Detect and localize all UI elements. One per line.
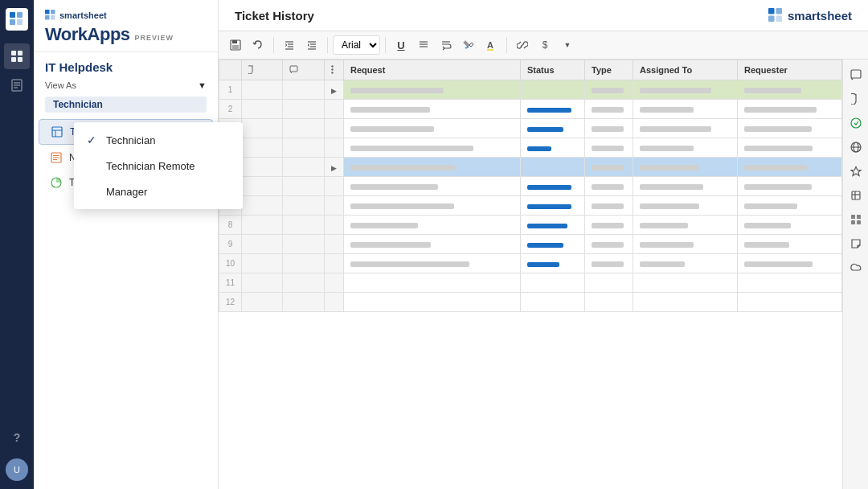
nav-document-icon[interactable] bbox=[4, 72, 30, 98]
request-cell[interactable] bbox=[344, 235, 521, 254]
status-cell[interactable] bbox=[521, 158, 585, 177]
status-cell[interactable] bbox=[521, 80, 585, 100]
type-cell[interactable] bbox=[585, 177, 633, 196]
status-cell[interactable] bbox=[521, 293, 585, 312]
type-cell[interactable] bbox=[585, 196, 633, 216]
status-cell[interactable] bbox=[521, 235, 585, 254]
chat-panel-btn[interactable] bbox=[845, 64, 866, 85]
row-expand[interactable]: ▶ bbox=[324, 158, 343, 177]
link-button[interactable] bbox=[512, 35, 533, 55]
assigned-to-cell[interactable] bbox=[633, 80, 738, 100]
status-cell[interactable] bbox=[521, 196, 585, 216]
requester-cell[interactable] bbox=[738, 254, 842, 273]
requester-cell[interactable] bbox=[738, 80, 842, 100]
assigned-to-cell[interactable] bbox=[633, 196, 738, 216]
dropdown-item-manager[interactable]: ✓ Manager bbox=[74, 179, 243, 204]
status-cell[interactable] bbox=[521, 138, 585, 158]
assigned-to-header[interactable]: Assigned To bbox=[633, 60, 738, 80]
type-header[interactable]: Type bbox=[585, 60, 633, 80]
nav-grid-icon[interactable] bbox=[4, 43, 30, 69]
view-as-dropdown-arrow[interactable]: ▼ bbox=[198, 80, 207, 90]
assigned-to-cell[interactable] bbox=[633, 119, 738, 138]
type-cell[interactable] bbox=[585, 119, 633, 138]
row-expand[interactable] bbox=[324, 293, 343, 312]
dropdown-item-technician[interactable]: ✓ Technician bbox=[74, 127, 243, 153]
status-cell[interactable] bbox=[521, 177, 585, 196]
expand-arrow[interactable]: ▶ bbox=[331, 87, 337, 95]
request-cell[interactable] bbox=[344, 119, 521, 138]
sticker-panel-btn[interactable] bbox=[845, 233, 866, 254]
requester-cell[interactable] bbox=[738, 177, 842, 196]
status-cell[interactable] bbox=[521, 119, 585, 138]
wrap-button[interactable] bbox=[436, 35, 457, 55]
assigned-to-cell[interactable] bbox=[633, 100, 738, 119]
assigned-to-cell[interactable] bbox=[633, 158, 738, 177]
attachment-panel-btn[interactable] bbox=[845, 88, 866, 109]
requester-cell[interactable] bbox=[738, 293, 842, 312]
requester-cell[interactable] bbox=[738, 119, 842, 138]
request-cell[interactable] bbox=[344, 138, 521, 158]
status-cell[interactable] bbox=[521, 216, 585, 235]
undo-button[interactable] bbox=[248, 35, 268, 55]
type-cell[interactable] bbox=[585, 80, 633, 100]
row-expand[interactable] bbox=[324, 254, 343, 273]
font-family-select[interactable]: Arial bbox=[333, 35, 380, 55]
cloud-panel-btn[interactable] bbox=[845, 257, 866, 278]
row-expand[interactable] bbox=[324, 138, 343, 158]
requester-cell[interactable] bbox=[738, 158, 842, 177]
assigned-to-cell[interactable] bbox=[633, 254, 738, 273]
expand-arrow[interactable]: ▶ bbox=[331, 164, 337, 172]
row-expand[interactable] bbox=[324, 119, 343, 138]
currency-dropdown[interactable]: ▼ bbox=[557, 35, 578, 55]
request-cell[interactable] bbox=[344, 80, 521, 100]
type-cell[interactable] bbox=[585, 100, 633, 119]
requester-cell[interactable] bbox=[738, 273, 842, 293]
assigned-to-cell[interactable] bbox=[633, 216, 738, 235]
indent-button[interactable] bbox=[279, 35, 300, 55]
request-cell[interactable] bbox=[344, 254, 521, 273]
row-expand[interactable] bbox=[324, 100, 343, 119]
row-expand[interactable] bbox=[324, 235, 343, 254]
request-header[interactable]: Request bbox=[344, 60, 521, 80]
type-cell[interactable] bbox=[585, 158, 633, 177]
globe-panel-btn[interactable] bbox=[845, 137, 866, 158]
status-header[interactable]: Status bbox=[521, 60, 585, 80]
sheet-table-wrap[interactable]: Request Status Type Assigned To Requeste… bbox=[219, 60, 842, 489]
type-cell[interactable] bbox=[585, 216, 633, 235]
save-button[interactable] bbox=[225, 35, 246, 55]
requester-cell[interactable] bbox=[738, 196, 842, 216]
requester-cell[interactable] bbox=[738, 100, 842, 119]
type-cell[interactable] bbox=[585, 293, 633, 312]
status-cell[interactable] bbox=[521, 254, 585, 273]
requester-cell[interactable] bbox=[738, 138, 842, 158]
underline-button[interactable]: U bbox=[391, 35, 411, 55]
assigned-to-cell[interactable] bbox=[633, 177, 738, 196]
view-as-selected[interactable]: Technician bbox=[45, 97, 207, 113]
assigned-to-cell[interactable] bbox=[633, 235, 738, 254]
star-panel-btn[interactable] bbox=[845, 161, 866, 182]
status-cell[interactable] bbox=[521, 273, 585, 293]
request-cell[interactable] bbox=[344, 158, 521, 177]
assigned-to-cell[interactable] bbox=[633, 138, 738, 158]
highlight-button[interactable]: A bbox=[481, 35, 502, 55]
requester-header[interactable]: Requester bbox=[738, 60, 842, 80]
type-cell[interactable] bbox=[585, 273, 633, 293]
requester-cell[interactable] bbox=[738, 216, 842, 235]
grid-panel-btn[interactable] bbox=[845, 209, 866, 230]
type-cell[interactable] bbox=[585, 254, 633, 273]
request-cell[interactable] bbox=[344, 100, 521, 119]
assigned-to-cell[interactable] bbox=[633, 293, 738, 312]
row-expand[interactable] bbox=[324, 196, 343, 216]
row-expand[interactable] bbox=[324, 273, 343, 293]
row-expand[interactable] bbox=[324, 177, 343, 196]
type-cell[interactable] bbox=[585, 235, 633, 254]
request-cell[interactable] bbox=[344, 293, 521, 312]
request-cell[interactable] bbox=[344, 216, 521, 235]
paint-button[interactable] bbox=[458, 35, 479, 55]
nav-question-icon[interactable]: ? bbox=[4, 425, 30, 450]
dropdown-item-technician-remote[interactable]: ✓ Technician Remote bbox=[74, 153, 243, 179]
requester-cell[interactable] bbox=[738, 235, 842, 254]
status-cell[interactable] bbox=[521, 100, 585, 119]
request-cell[interactable] bbox=[344, 273, 521, 293]
row-expand[interactable]: ▶ bbox=[324, 80, 343, 100]
